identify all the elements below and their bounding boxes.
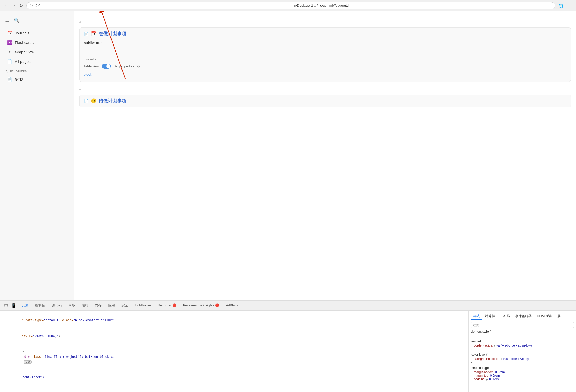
forward-button[interactable]: → — [11, 2, 17, 9]
favorites-header: ☆ FAVORITES — [0, 66, 74, 75]
gtd-label: GTD — [15, 77, 23, 82]
tab-network-label: 网络 — [68, 303, 75, 307]
color-level-selector: .color-level { — [471, 353, 574, 356]
back-button[interactable]: ← — [3, 2, 9, 9]
sidebar-item-gtd[interactable]: 📄 GTD — [2, 75, 72, 84]
tab-sources[interactable]: 源代码 — [49, 301, 65, 310]
embed-prop-arrow-1: ▶ — [494, 344, 496, 347]
main-area: 📄 📅 在做计划事项 public: true 0 results — [74, 11, 576, 300]
tab-security[interactable]: 安全 — [118, 301, 131, 310]
dot-top-1 — [74, 17, 576, 25]
tab-recorder-label: Recorder 🔴 — [158, 303, 176, 307]
table-view-toggle[interactable] — [102, 64, 111, 69]
element-picker-icon[interactable]: ⬚ — [3, 302, 9, 309]
browser-toolbar: ← → ↻ ⓘ 文件 n/Desktop/导出/index.html#/page… — [0, 0, 576, 11]
embed-prop-val-1: var(--ls-border-radius-low) — [496, 344, 532, 347]
html-style-attr: style= — [20, 335, 33, 338]
embed-page-prop-val-3: 0.5rem; — [489, 377, 500, 381]
html-attr-1: 9" data-type= — [20, 319, 44, 322]
gear-icon[interactable]: ⚙ — [137, 64, 140, 68]
sidebar: ☰ 🔍 📅 Journals ♾️ Flashcards ✦ Graph vie… — [0, 11, 74, 300]
embed-page-style-body: margin-bottom: 0.5rem; margin-top: 0.5re… — [471, 370, 574, 381]
tab-lighthouse[interactable]: Lighthouse — [132, 301, 154, 310]
devtools-panel: ⬚ 📱 元素 控制台 源代码 网络 性能 内存 应用 安全 Lighthouse — [0, 300, 576, 392]
tab-console[interactable]: 控制台 — [32, 301, 48, 310]
html-line-4[interactable]: tent-inner"> — [0, 370, 468, 386]
devtools-body: 9" data-type="default" class="block-cont… — [0, 311, 576, 392]
embed-property-1: public: true — [84, 40, 567, 46]
color-level-close: } — [471, 361, 574, 364]
embed-page-prop-val-2: 0.5rem; — [490, 374, 501, 377]
flashcards-icon: ♾️ — [7, 40, 12, 45]
device-emulation-icon[interactable]: 📱 — [10, 302, 17, 309]
sidebar-nav: 📅 Journals ♾️ Flashcards ✦ Graph view 📄 … — [0, 28, 74, 297]
embed-block-1: 📄 📅 在做计划事项 public: true 0 results — [79, 27, 571, 82]
embed-page-icon-2: 📄 — [84, 99, 89, 103]
all-pages-icon: 📄 — [7, 59, 12, 64]
dot-mid — [74, 84, 576, 93]
devtools-tabs: ⬚ 📱 元素 控制台 源代码 网络 性能 内存 应用 安全 Lighthouse — [0, 301, 576, 311]
embed-title-emoji-2: 🙂 — [91, 98, 96, 103]
styles-tab-computed[interactable]: 计算样式 — [482, 313, 501, 320]
translate-button[interactable]: 🌐 — [558, 2, 565, 9]
tab-elements-label: 元素 — [22, 303, 28, 307]
html-line-1[interactable]: 9" data-type="default" class="block-cont… — [0, 313, 468, 329]
color-swatch-1 — [499, 358, 502, 360]
tab-memory[interactable]: 内存 — [92, 301, 105, 310]
sidebar-item-graph-view[interactable]: ✦ Graph view — [2, 47, 72, 57]
embed-prop-name-1: border-radius: — [474, 344, 493, 347]
tab-recorder[interactable]: Recorder 🔴 — [155, 301, 180, 310]
tab-perf-insights-label: Performance insights 🔴 — [183, 303, 219, 307]
html-line-2[interactable]: style="width: 100%;"> — [0, 329, 468, 344]
styles-tab-layout[interactable]: 布局 — [501, 313, 513, 320]
html-attr-2: class= — [60, 319, 73, 322]
tab-adblock[interactable]: AdBlock — [223, 301, 241, 310]
style-rule-embed: .embed { border-radius: ▶ var(--ls-borde… — [471, 340, 574, 351]
tab-lighthouse-label: Lighthouse — [135, 303, 151, 307]
reload-button[interactable]: ↻ — [18, 2, 24, 9]
property-name-1: public — [84, 41, 94, 45]
sidebar-item-all-pages[interactable]: 📄 All pages — [2, 57, 72, 66]
styles-filter-input[interactable] — [471, 322, 574, 328]
browser-actions: 🌐 ⋮ — [558, 2, 573, 9]
graph-view-icon: ✦ — [7, 50, 12, 54]
menu-toggle-button[interactable]: ☰ — [4, 17, 10, 24]
styles-tab-styles[interactable]: 样式 — [471, 313, 482, 320]
tab-perf-insights[interactable]: Performance insights 🔴 — [180, 301, 223, 310]
url-text: n/Desktop/导出/index.html#/page/gtd — [294, 3, 552, 8]
tab-performance-label: 性能 — [82, 303, 88, 307]
embed-style-body: border-radius: ▶ var(--ls-border-radius-… — [471, 344, 574, 347]
sidebar-item-journals[interactable]: 📅 Journals — [2, 28, 72, 38]
sidebar-item-flashcards[interactable]: ♾️ Flashcards — [2, 38, 72, 47]
all-pages-label: All pages — [15, 59, 31, 64]
graph-view-label: Graph view — [15, 50, 34, 54]
journals-icon: 📅 — [7, 31, 12, 36]
styles-tab-event-listeners[interactable]: 事件监听器 — [513, 313, 534, 320]
styles-panel: 样式 计算样式 布局 事件监听器 DOM 断点 属 element.style … — [469, 311, 576, 392]
tab-adblock-label: AdBlock — [226, 303, 238, 307]
block-text-1: block — [84, 70, 567, 78]
html-panel: 9" data-type="default" class="block-cont… — [0, 311, 469, 392]
devtools-toolbar-left: ⬚ 📱 — [2, 302, 18, 309]
tab-application[interactable]: 应用 — [105, 301, 118, 310]
html-line-3[interactable]: ▼ <div class="flex flex-row justify-betw… — [0, 344, 468, 370]
html-val-2: "block-content inline" — [73, 319, 114, 322]
lock-icon: ⓘ — [30, 4, 33, 8]
embed-selector: .embed { — [471, 340, 574, 343]
html-val-3: "flex flex-row justify-between block-con — [43, 355, 116, 359]
html-line-5[interactable]: ▼ <div class="flex-1 w-full"> — [0, 386, 468, 392]
table-view-label: Table view — [84, 64, 99, 68]
address-bar[interactable]: ⓘ 文件 n/Desktop/导出/index.html#/page/gtd — [26, 2, 555, 9]
color-level-style-body: background-color: var(--color-level-1); — [471, 357, 574, 361]
menu-button[interactable]: ⋮ — [567, 2, 573, 9]
tab-network[interactable]: 网络 — [65, 301, 78, 310]
element-style-close: } — [471, 334, 574, 338]
html-style-val: "width: 100%;" — [33, 335, 59, 338]
styles-tab-more[interactable]: 属 — [555, 313, 563, 320]
search-button[interactable]: 🔍 — [13, 17, 20, 24]
sidebar-top: ☰ 🔍 — [0, 15, 74, 28]
tab-performance[interactable]: 性能 — [79, 301, 91, 310]
more-tabs-button[interactable]: ⋮ — [242, 303, 250, 308]
tab-elements[interactable]: 元素 — [19, 301, 31, 310]
styles-tab-dom-breakpoints[interactable]: DOM 断点 — [534, 313, 555, 320]
